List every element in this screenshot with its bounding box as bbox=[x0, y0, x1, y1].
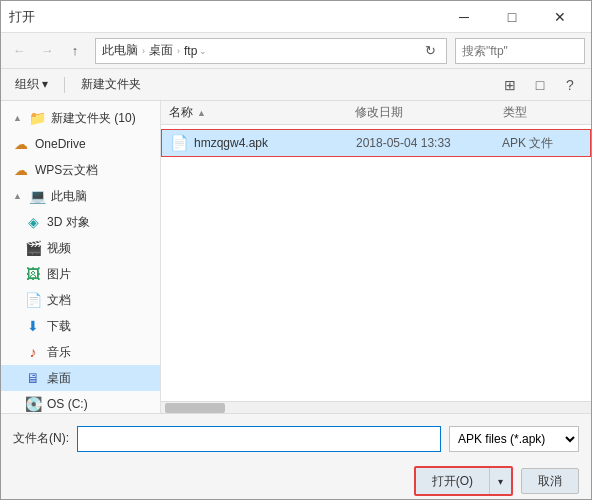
bottom-buttons: 打开(O) ▾ 取消 bbox=[1, 463, 591, 499]
sidebar-item-label: 3D 对象 bbox=[47, 214, 90, 231]
apk-file-icon: 📄 bbox=[170, 134, 188, 152]
sidebar-item-3d[interactable]: ◈ 3D 对象 bbox=[1, 209, 160, 235]
open-button[interactable]: 打开(O) bbox=[416, 468, 489, 494]
search-input[interactable] bbox=[462, 44, 592, 58]
folder-icon: 📁 bbox=[29, 110, 45, 126]
new-folder-button[interactable]: 新建文件夹 bbox=[75, 73, 147, 97]
sort-arrow: ▲ bbox=[197, 108, 206, 118]
col-name-label: 名称 bbox=[169, 104, 193, 121]
maximize-button[interactable]: □ bbox=[489, 4, 535, 30]
refresh-button[interactable]: ↻ bbox=[420, 41, 440, 61]
cancel-button[interactable]: 取消 bbox=[521, 468, 579, 494]
organize-button[interactable]: 组织 ▾ bbox=[9, 73, 54, 97]
window-title: 打开 bbox=[9, 8, 35, 26]
sidebar-item-label: WPS云文档 bbox=[35, 162, 98, 179]
sidebar-item-wps[interactable]: ☁ WPS云文档 bbox=[1, 157, 160, 183]
sidebar-item-video[interactable]: 🎬 视频 bbox=[1, 235, 160, 261]
main-content: ▲ 📁 新建文件夹 (10) ☁ OneDrive ☁ WPS云文档 ▲ 💻 此… bbox=[1, 101, 591, 413]
file-date: 2018-05-04 13:33 bbox=[356, 136, 496, 150]
sidebar-item-doc[interactable]: 📄 文档 bbox=[1, 287, 160, 313]
view-list-button[interactable]: □ bbox=[527, 73, 553, 97]
sidebar-item-picture[interactable]: 🖼 图片 bbox=[1, 261, 160, 287]
path-sep-1: › bbox=[142, 46, 145, 56]
sidebar-item-label: 视频 bbox=[47, 240, 71, 257]
sidebar-item-label: 音乐 bbox=[47, 344, 71, 361]
close-button[interactable]: ✕ bbox=[537, 4, 583, 30]
computer-icon: 💻 bbox=[29, 188, 45, 204]
file-item-apk[interactable]: 📄 hmzqgw4.apk 2018-05-04 13:33 APK 文件 bbox=[161, 129, 591, 157]
title-buttons: ─ □ ✕ bbox=[441, 4, 583, 30]
sidebar-item-this-pc[interactable]: ▲ 💻 此电脑 bbox=[1, 183, 160, 209]
sidebar-item-new-folder[interactable]: ▲ 📁 新建文件夹 (10) bbox=[1, 105, 160, 131]
sidebar-item-label: 此电脑 bbox=[51, 188, 87, 205]
file-type: APK 文件 bbox=[502, 135, 582, 152]
doc-icon: 📄 bbox=[25, 292, 41, 308]
sidebar-item-download[interactable]: ⬇ 下载 bbox=[1, 313, 160, 339]
file-name: hmzqgw4.apk bbox=[194, 136, 350, 150]
drive-icon: 💽 bbox=[25, 396, 41, 412]
sidebar-item-label: 图片 bbox=[47, 266, 71, 283]
filetype-select[interactable]: APK files (*.apk) bbox=[449, 426, 579, 452]
path-item-ftp[interactable]: ftp bbox=[184, 44, 197, 58]
download-icon: ⬇ bbox=[25, 318, 41, 334]
scrollbar-thumb bbox=[165, 403, 225, 413]
sidebar-item-label: 下载 bbox=[47, 318, 71, 335]
bottom-bar: 文件名(N): APK files (*.apk) bbox=[1, 413, 591, 463]
minimize-button[interactable]: ─ bbox=[441, 4, 487, 30]
wps-cloud-icon: ☁ bbox=[13, 162, 29, 178]
file-list: 📄 hmzqgw4.apk 2018-05-04 13:33 APK 文件 bbox=[161, 125, 591, 401]
sidebar-item-onedrive[interactable]: ☁ OneDrive bbox=[1, 131, 160, 157]
action-divider bbox=[64, 77, 65, 93]
action-right: ⊞ □ ? bbox=[497, 73, 583, 97]
sidebar-item-music[interactable]: ♪ 音乐 bbox=[1, 339, 160, 365]
cloud-icon: ☁ bbox=[13, 136, 29, 152]
expand-icon: ▲ bbox=[13, 113, 23, 123]
sidebar-item-label: OneDrive bbox=[35, 137, 86, 151]
address-bar[interactable]: 此电脑 › 桌面 › ftp ⌄ ↻ bbox=[95, 38, 447, 64]
expand-icon-pc: ▲ bbox=[13, 191, 23, 201]
forward-button[interactable]: → bbox=[35, 39, 59, 63]
search-bar[interactable]: 🔍 bbox=[455, 38, 585, 64]
horizontal-scrollbar[interactable] bbox=[161, 401, 591, 413]
sidebar-item-label: 文档 bbox=[47, 292, 71, 309]
path-item-desktop[interactable]: 桌面 bbox=[149, 42, 173, 59]
file-area: 名称 ▲ 修改日期 类型 📄 hmzqgw4.apk 2018-05-04 13… bbox=[161, 101, 591, 413]
file-open-dialog: 打开 ─ □ ✕ ← → ↑ 此电脑 › 桌面 › ftp ⌄ ↻ 🔍 bbox=[0, 0, 592, 500]
col-name-header[interactable]: 名称 ▲ bbox=[169, 104, 347, 121]
help-button[interactable]: ? bbox=[557, 73, 583, 97]
music-icon: ♪ bbox=[25, 344, 41, 360]
picture-icon: 🖼 bbox=[25, 266, 41, 282]
sidebar-item-label: 桌面 bbox=[47, 370, 71, 387]
sidebar: ▲ 📁 新建文件夹 (10) ☁ OneDrive ☁ WPS云文档 ▲ 💻 此… bbox=[1, 101, 161, 413]
view-grid-button[interactable]: ⊞ bbox=[497, 73, 523, 97]
action-bar: 组织 ▾ 新建文件夹 ⊞ □ ? bbox=[1, 69, 591, 101]
sidebar-item-label: 新建文件夹 (10) bbox=[51, 110, 136, 127]
col-date-header: 修改日期 bbox=[355, 104, 495, 121]
path-item-pc[interactable]: 此电脑 bbox=[102, 42, 138, 59]
col-type-header: 类型 bbox=[503, 104, 583, 121]
path-sep-2: › bbox=[177, 46, 180, 56]
video-icon: 🎬 bbox=[25, 240, 41, 256]
desktop-icon: 🖥 bbox=[25, 370, 41, 386]
open-button-group: 打开(O) ▾ bbox=[414, 466, 513, 496]
up-button[interactable]: ↑ bbox=[63, 39, 87, 63]
path-dropdown-arrow[interactable]: ⌄ bbox=[199, 46, 207, 56]
title-bar: 打开 ─ □ ✕ bbox=[1, 1, 591, 33]
file-header: 名称 ▲ 修改日期 类型 bbox=[161, 101, 591, 125]
3d-icon: ◈ bbox=[25, 214, 41, 230]
filename-label: 文件名(N): bbox=[13, 430, 69, 447]
nav-toolbar: ← → ↑ 此电脑 › 桌面 › ftp ⌄ ↻ 🔍 bbox=[1, 33, 591, 69]
open-dropdown-button[interactable]: ▾ bbox=[489, 468, 511, 494]
sidebar-item-label: OS (C:) bbox=[47, 397, 88, 411]
back-button[interactable]: ← bbox=[7, 39, 31, 63]
sidebar-item-osc[interactable]: 💽 OS (C:) bbox=[1, 391, 160, 413]
filename-input[interactable] bbox=[77, 426, 441, 452]
sidebar-item-desktop[interactable]: 🖥 桌面 bbox=[1, 365, 160, 391]
address-path: 此电脑 › 桌面 › ftp ⌄ bbox=[102, 42, 416, 59]
